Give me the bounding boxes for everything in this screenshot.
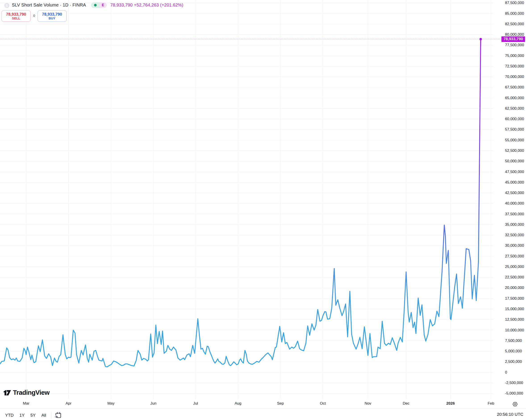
go-to-date-calendar-icon[interactable]: [55, 412, 62, 419]
range-button-all[interactable]: All: [40, 412, 48, 419]
y-axis-label: 10,000,000: [505, 328, 524, 332]
x-axis-label: 2026: [446, 401, 455, 406]
y-axis-label: 15,000,000: [505, 307, 524, 311]
x-axis-label: Mar: [23, 401, 29, 406]
y-axis-label: 12,500,000: [505, 317, 524, 322]
range-button-5y[interactable]: 5Y: [28, 412, 38, 419]
y-axis-label: 35,000,000: [505, 222, 524, 227]
volume-line-series: [0, 39, 481, 367]
symbol-logo: S: [4, 3, 9, 8]
x-axis-label: Feb: [488, 401, 494, 406]
range-toolbar: YTD1Y5YAll: [3, 412, 62, 419]
y-axis-label: -2,500,000: [505, 381, 523, 385]
chart-title[interactable]: SLV Short Sale Volume · 1D · FINRA: [12, 2, 86, 8]
buy-price: 78,933,790: [42, 12, 62, 17]
y-axis-label: 42,500,000: [505, 191, 524, 195]
sell-button[interactable]: 78,933,790 SELL: [1, 10, 30, 22]
y-axis-label: 62,500,000: [505, 106, 524, 111]
extended-hours-badge: E: [99, 2, 107, 8]
buy-button[interactable]: 78,933,790 BUY: [38, 10, 67, 22]
sell-label: SELL: [12, 17, 20, 20]
spread-value: 0: [32, 14, 36, 17]
y-axis-label: 87,500,000: [505, 1, 524, 5]
tradingview-logo[interactable]: TradingView: [3, 389, 50, 396]
x-axis-label: May: [107, 401, 114, 406]
last-price-label: 78,933,790: [501, 36, 525, 42]
y-axis-label: 22,500,000: [505, 275, 524, 280]
x-axis-label: Aug: [235, 401, 241, 406]
y-axis-label: 45,000,000: [505, 180, 524, 185]
y-axis-label: 67,500,000: [505, 85, 524, 90]
y-axis-label: 50,000,000: [505, 159, 524, 164]
y-axis-label: 70,000,000: [505, 75, 524, 79]
toolbar-divider: [51, 412, 51, 419]
x-axis-label: Oct: [320, 401, 326, 406]
tradingview-logo-text: TradingView: [13, 389, 50, 396]
sell-price: 78,933,790: [6, 12, 26, 17]
y-axis-label: 47,500,000: [505, 170, 524, 174]
y-axis-label: 5,000,000: [505, 349, 522, 353]
y-axis-label: 65,000,000: [505, 96, 524, 100]
last-value-and-change: 78,933,790 +52,764,263 (+201.62%): [110, 2, 183, 8]
y-axis-label: -5,000,000: [505, 391, 523, 396]
x-axis-label: Apr: [66, 401, 71, 406]
y-axis-label: 0: [505, 370, 507, 375]
tradingview-logo-mark: [3, 389, 11, 396]
clock-utc[interactable]: 20:56:10 UTC: [497, 412, 523, 417]
last-point-marker: [480, 38, 482, 41]
x-axis-label: Jul: [193, 401, 198, 406]
tradingview-chart-page: 87,500,00085,000,00082,500,00080,000,000…: [0, 0, 526, 420]
y-axis-label: 7,500,000: [505, 338, 522, 343]
x-axis-label: Sep: [277, 401, 284, 406]
axis-settings-icon[interactable]: [512, 401, 518, 407]
y-axis-label: 82,500,000: [505, 22, 524, 26]
y-axis-label: 57,500,000: [505, 127, 524, 132]
y-axis-label: 27,500,000: [505, 254, 524, 258]
y-axis-label: 37,500,000: [505, 212, 524, 216]
y-axis-label: 30,000,000: [505, 243, 524, 248]
y-axis-label: 72,500,000: [505, 64, 524, 69]
footer-separator: [0, 409, 526, 409]
y-axis-label: 55,000,000: [505, 138, 524, 143]
y-axis-label: 75,000,000: [505, 54, 524, 58]
range-button-1y[interactable]: 1Y: [17, 412, 27, 419]
x-axis-label: Nov: [364, 401, 371, 406]
y-axis-label: 2,500,000: [505, 359, 522, 364]
range-button-ytd[interactable]: YTD: [3, 412, 16, 419]
realtime-green-dot: [94, 4, 97, 7]
y-axis-label: 52,500,000: [505, 148, 524, 153]
buy-label: BUY: [49, 17, 55, 20]
chart-canvas[interactable]: [0, 0, 526, 420]
data-mode-badge[interactable]: E: [91, 2, 107, 8]
y-axis-label: 32,500,000: [505, 233, 524, 237]
y-axis-label: 20,000,000: [505, 286, 524, 290]
y-axis-label: 85,000,000: [505, 11, 524, 16]
y-axis-label: 17,500,000: [505, 296, 524, 301]
x-axis-label: Dec: [403, 401, 409, 406]
y-axis-label: 40,000,000: [505, 201, 524, 206]
x-axis-label: Jun: [150, 401, 156, 406]
y-axis-label: 60,000,000: [505, 117, 524, 121]
y-axis-label: 77,500,000: [505, 43, 524, 47]
y-axis-label: 25,000,000: [505, 265, 524, 269]
